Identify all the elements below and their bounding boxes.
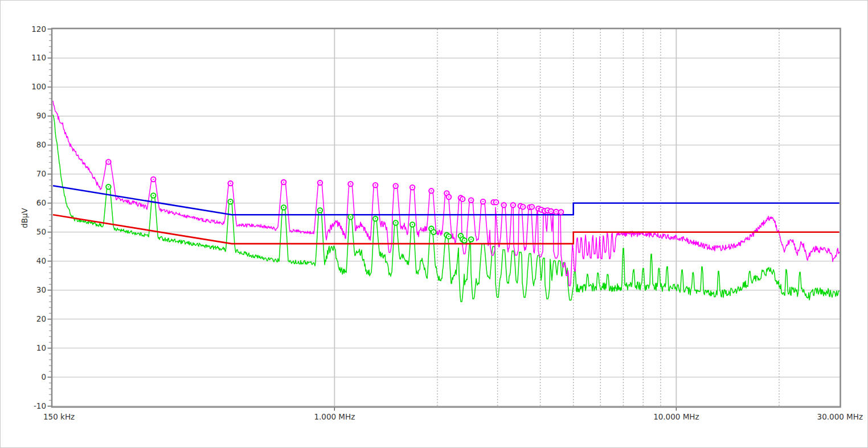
y-tick-label: 0 [41, 372, 46, 381]
quasi-peak-trace-peak-marker [559, 209, 563, 214]
y-tick-label: 120 [31, 24, 46, 34]
quasi-peak-trace-peak-marker [410, 185, 415, 190]
quasi-peak-trace-peak-marker [318, 180, 322, 185]
quasi-peak-trace-peak-marker [373, 183, 378, 187]
quasi-peak-trace-peak-marker [447, 195, 451, 199]
average-trace-peak-marker [447, 234, 451, 239]
quasi-peak-trace-peak-marker [501, 203, 506, 207]
quasi-peak-trace-peak-marker [548, 209, 553, 213]
y-tick-label: 30 [36, 285, 46, 294]
quasi-peak-trace-peak-marker [151, 177, 155, 182]
quasi-peak-trace-peak-marker [469, 198, 473, 202]
y-tick-label: 50 [36, 227, 46, 236]
average-trace-peak-marker [462, 238, 466, 243]
quasi-peak-trace-peak-marker [460, 196, 465, 201]
y-tick-label: 70 [36, 169, 46, 178]
quasi-peak-trace-peak-marker [494, 200, 498, 204]
quasi-peak-trace-peak-marker [521, 204, 525, 209]
y-tick-label: 110 [31, 53, 46, 62]
y-axis-title: dBµV [20, 207, 29, 228]
quasi-peak-trace-peak-marker [530, 204, 534, 209]
plot-border [52, 28, 841, 407]
y-tick-label: 60 [36, 198, 46, 207]
y-tick-label: 80 [36, 140, 46, 149]
quasi-peak-trace-peak-marker [106, 159, 110, 164]
y-tick-label: 20 [36, 314, 46, 323]
x-tick-label: 150 kHz [43, 412, 75, 421]
average-trace-peak-marker [151, 193, 155, 198]
quasi-peak-trace-peak-marker [394, 184, 398, 188]
x-tick-label: 10.000 MHz [653, 412, 699, 421]
y-tick-label: 10 [36, 343, 46, 352]
average-trace-peak-marker [106, 184, 110, 189]
grid-layer [52, 29, 841, 407]
average-trace-peak-marker [373, 216, 378, 221]
emc-plot-window: 1201101009080706050403020100-10150 kHz1.… [0, 0, 868, 448]
x-tick-label: 1.000 MHz [314, 412, 355, 421]
quasi-peak-trace-peak-marker [481, 199, 485, 204]
average-trace-peak-marker [228, 199, 232, 204]
quasi-peak-trace-peak-marker [511, 203, 515, 207]
quasi-peak-trace-peak-marker [228, 181, 232, 186]
average-trace-peak-marker [394, 220, 398, 225]
quasi-peak-limit [53, 186, 840, 215]
quasi-peak-trace-peak-marker [348, 182, 353, 186]
emc-spectrum-chart: 1201101009080706050403020100-10150 kHz1.… [1, 1, 868, 448]
average-trace [53, 114, 840, 302]
trace-layer [53, 101, 840, 302]
average-trace-peak-marker [410, 222, 415, 227]
y-tick-label: 90 [36, 111, 46, 120]
quasi-peak-trace-peak-marker [554, 209, 558, 214]
average-trace-peak-marker [469, 237, 473, 241]
y-tick-label: -10 [34, 401, 46, 410]
y-tick-label: 40 [36, 256, 46, 265]
average-trace-peak-marker [348, 215, 353, 219]
average-trace-peak-marker [431, 230, 436, 235]
average-limit [53, 215, 840, 244]
quasi-peak-trace-peak-marker [281, 180, 286, 184]
y-tick-label: 100 [31, 82, 46, 91]
average-trace-peak-marker [318, 208, 322, 212]
axis-labels-layer: 1201101009080706050403020100-10150 kHz1.… [31, 24, 863, 422]
x-tick-label: 30.000 MHz [817, 412, 863, 421]
quasi-peak-trace-peak-marker [429, 188, 433, 193]
average-trace-peak-marker [281, 205, 286, 209]
